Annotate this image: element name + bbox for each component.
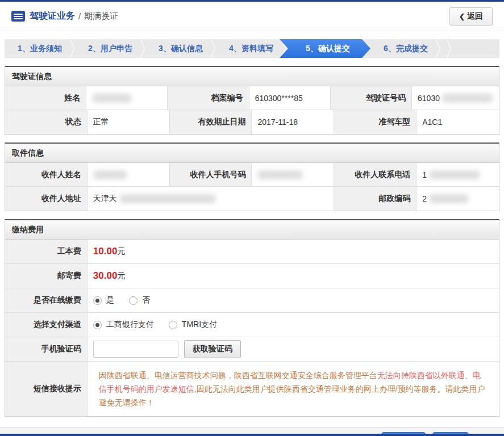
step-5-confirm-submit-active[interactable]: 5、确认提交 (280, 39, 370, 58)
step-4-fill-data[interactable]: 4、资料填写 (216, 39, 286, 58)
sms-tip-text: 因陕西省联通、电信运营商技术问题，陕西省互联网交通安全综合服务管理平台无法向持陕… (93, 364, 493, 414)
table-row: 收件人姓名 收件人手机号码 收件人联系电话 1 (5, 163, 499, 187)
valid-until-label: 有效期止日期 (170, 110, 252, 134)
back-button-label: 返回 (467, 11, 483, 22)
table-row: 短信接收提示 因陕西省联通、电信运营商技术问题，陕西省互联网交通安全综合服务管理… (5, 362, 499, 416)
online-pay-yes-option[interactable]: 是 (93, 295, 114, 305)
table-row: 是否在线缴费 是 否 (5, 288, 499, 313)
license-no-prefix: 61030 (418, 94, 440, 103)
postal-code-label: 邮政编码 (334, 187, 416, 211)
radio-checked-icon[interactable] (93, 321, 102, 329)
redacted-recipient-mobile (257, 170, 303, 179)
vehicle-type-value: A1C1 (416, 110, 499, 134)
payment-section-title: 缴纳费用 (5, 220, 499, 240)
license-info-section: 驾驶证信息 姓名 档案编号 610300****85 驾驶证号码 61030 状… (5, 66, 499, 135)
redacted-recipient-address (119, 194, 216, 203)
radio-unchecked-icon[interactable] (129, 296, 138, 305)
recipient-name-label: 收件人姓名 (5, 163, 88, 186)
license-no-value: 61030 (412, 86, 499, 110)
sms-tip-value: 因陕西省联通、电信运营商技术问题，陕西省互联网交通安全综合服务管理平台无法向持陕… (88, 362, 499, 416)
license-no-label: 驾驶证号码 (331, 86, 412, 110)
status-value: 正常 (88, 110, 170, 134)
redacted-postal-code (429, 194, 469, 203)
pay-channel-options: 工商银行支付 TMRI支付 (88, 313, 499, 337)
recipient-phone-value: 1 (416, 163, 499, 186)
sms-tip-part1: 因陕西省联通、电信运营商技术问题，陕西省互联网交通安全综合服务管理平台 (99, 371, 377, 380)
name-label: 姓名 (5, 86, 86, 110)
recipient-address-value: 天津天 (88, 187, 335, 211)
radio-checked-icon[interactable] (93, 296, 102, 305)
table-row: 收件人地址 天津天 邮政编码 2 (5, 187, 499, 211)
get-code-button[interactable]: 获取验证码 (184, 340, 241, 358)
postal-code-prefix: 2 (422, 194, 427, 203)
status-label: 状态 (5, 110, 88, 134)
redacted-recipient-phone (429, 170, 480, 179)
work-fee-amount: 10.00 (93, 246, 118, 257)
step-1-business-notes[interactable]: 1、业务须知 (5, 39, 75, 58)
step-navigation: 1、业务须知 2、用户申告 3、确认信息 4、资料填写 5、确认提交 6、完成提… (5, 39, 499, 58)
step-6-complete-submit[interactable]: 6、完成提交 (370, 39, 441, 58)
back-button[interactable]: ❮ 返回 (449, 7, 493, 26)
valid-until-value: 2017-11-18 (252, 110, 334, 134)
name-value (86, 86, 168, 110)
breadcrumb-separator: / (78, 11, 81, 21)
table-row: 手机验证码 获取验证码 (5, 337, 499, 362)
recipient-phone-prefix: 1 (422, 170, 427, 179)
channel-icbc-label: 工商银行支付 (106, 320, 154, 330)
sms-code-label: 手机验证码 (5, 337, 88, 361)
redacted-name (92, 94, 132, 103)
table-row: 选择支付渠道 工商银行支付 TMRI支付 (5, 313, 499, 337)
step-bar-filler (441, 39, 499, 58)
pickup-section-title: 取件信息 (5, 144, 499, 163)
channel-icbc-option[interactable]: 工商银行支付 (93, 320, 154, 330)
pickup-info-section: 取件信息 收件人姓名 收件人手机号码 收件人联系电话 1 收件人地址 天津天 邮… (5, 142, 499, 211)
mail-fee-amount: 30.00 (93, 270, 118, 282)
list-icon (11, 11, 25, 22)
online-pay-yes-label: 是 (106, 295, 114, 305)
step-2-user-declaration[interactable]: 2、用户申告 (75, 39, 145, 58)
file-no-label: 档案编号 (168, 86, 249, 110)
step-3-confirm-info[interactable]: 3、确认信息 (145, 39, 216, 58)
recipient-address-label: 收件人地址 (5, 187, 88, 211)
work-fee-label: 工本费 (5, 240, 88, 263)
online-pay-label: 是否在线缴费 (5, 288, 88, 312)
redacted-recipient-name (93, 170, 127, 179)
recipient-mobile-label: 收件人手机号码 (170, 163, 252, 186)
payment-section: 缴纳费用 工本费 10.00元 邮寄费 30.00元 是否在线缴费 是 (5, 219, 499, 417)
pay-channel-label: 选择支付渠道 (5, 313, 88, 337)
back-chevron-icon: ❮ (459, 12, 465, 20)
header: 驾驶证业务 / 期满换证 ❮ 返回 (0, 2, 504, 31)
breadcrumb-root: 驾驶证业务 (30, 10, 75, 22)
channel-tmri-label: TMRI支付 (182, 320, 217, 330)
recipient-phone-label: 收件人联系电话 (334, 163, 416, 186)
mail-fee-label: 邮寄费 (5, 264, 88, 288)
table-row: 姓名 档案编号 610300****85 驾驶证号码 61030 (5, 86, 499, 110)
recipient-mobile-value (252, 163, 334, 186)
postal-code-value: 2 (416, 187, 499, 211)
radio-unchecked-icon[interactable] (169, 321, 177, 329)
license-section-title: 驾驶证信息 (5, 67, 499, 86)
sms-code-input[interactable] (93, 341, 178, 358)
online-pay-no-label: 否 (142, 295, 150, 305)
table-row: 邮寄费 30.00元 (5, 264, 499, 288)
online-pay-no-option[interactable]: 否 (129, 295, 150, 305)
online-pay-options: 是 否 (88, 288, 499, 312)
channel-tmri-option[interactable]: TMRI支付 (169, 320, 217, 330)
sms-tip-label: 短信接收提示 (5, 362, 88, 416)
file-no-value: 610300****85 (249, 86, 331, 110)
mail-fee-value: 30.00元 (88, 264, 499, 288)
recipient-address-prefix: 天津天 (93, 194, 117, 204)
sms-code-field: 获取验证码 (88, 337, 499, 361)
recipient-name-value (88, 163, 170, 186)
breadcrumb-current: 期满换证 (84, 11, 118, 22)
bottom-accent-bar (0, 434, 504, 436)
page: 驾驶证业务 / 期满换证 ❮ 返回 1、业务须知 2、用户申告 3、确认信息 4… (0, 0, 504, 436)
table-row: 状态 正常 有效期止日期 2017-11-18 准驾车型 A1C1 (5, 110, 499, 134)
table-row: 工本费 10.00元 (5, 240, 499, 264)
redacted-license-no (442, 94, 493, 103)
vehicle-type-label: 准驾车型 (334, 110, 416, 134)
work-fee-value: 10.00元 (88, 240, 499, 263)
fee-unit: 元 (117, 246, 125, 257)
fee-unit: 元 (117, 271, 125, 281)
